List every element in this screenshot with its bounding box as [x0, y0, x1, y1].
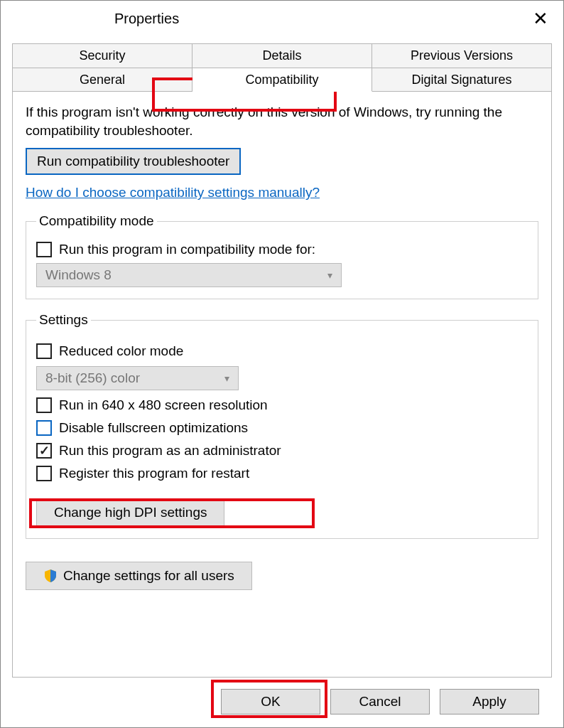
tab-details[interactable]: Details	[192, 43, 372, 68]
close-button[interactable]: ✕	[526, 6, 555, 31]
manual-settings-link[interactable]: How do I choose compatibility settings m…	[26, 185, 320, 200]
reduced-color-checkbox[interactable]	[36, 343, 52, 359]
compat-mode-combobox[interactable]: Windows 8 ▾	[36, 263, 342, 287]
compat-mode-label: Run this program in compatibility mode f…	[59, 242, 315, 257]
register-restart-label: Register this program for restart	[59, 466, 249, 481]
shield-icon	[43, 569, 58, 583]
tab-security[interactable]: Security	[12, 43, 192, 68]
intro-text: If this program isn't working correctly …	[26, 103, 538, 139]
close-icon: ✕	[533, 8, 548, 30]
chevron-down-icon: ▾	[224, 373, 229, 384]
settings-group: Settings Reduced color mode 8-bit (256) …	[26, 312, 538, 539]
tab-general[interactable]: General	[12, 68, 192, 92]
cancel-button[interactable]: Cancel	[330, 689, 430, 714]
change-all-users-button[interactable]: Change settings for all users	[26, 562, 252, 590]
run-as-admin-label: Run this program as an administrator	[59, 443, 281, 459]
settings-legend: Settings	[36, 312, 91, 328]
properties-dialog: Properties ✕ Security Details Previous V…	[0, 0, 564, 728]
window-title: Properties	[114, 11, 179, 27]
tab-previous-versions[interactable]: Previous Versions	[372, 43, 552, 68]
compatibility-mode-group: Compatibility mode Run this program in c…	[26, 213, 538, 299]
tab-digital-signatures[interactable]: Digital Signatures	[372, 68, 552, 92]
dialog-button-row: OK Cancel Apply	[12, 678, 552, 727]
low-res-label: Run in 640 x 480 screen resolution	[59, 397, 268, 413]
disable-fullscreen-label: Disable fullscreen optimizations	[59, 420, 248, 436]
change-high-dpi-button[interactable]: Change high DPI settings	[36, 498, 224, 527]
run-as-admin-checkbox[interactable]	[36, 443, 52, 459]
tab-content: If this program isn't working correctly …	[12, 92, 552, 678]
compatibility-mode-legend: Compatibility mode	[36, 213, 157, 229]
run-troubleshooter-button[interactable]: Run compatibility troubleshooter	[26, 148, 241, 175]
disable-fullscreen-checkbox[interactable]	[36, 420, 52, 436]
titlebar: Properties ✕	[1, 1, 563, 36]
tab-compatibility[interactable]: Compatibility	[192, 68, 372, 92]
register-restart-checkbox[interactable]	[36, 466, 52, 481]
compat-mode-checkbox[interactable]	[36, 242, 52, 257]
low-res-checkbox[interactable]	[36, 397, 52, 413]
apply-button[interactable]: Apply	[440, 689, 539, 714]
ok-button[interactable]: OK	[221, 689, 320, 714]
reduced-color-label: Reduced color mode	[59, 343, 183, 359]
reduced-color-combobox[interactable]: 8-bit (256) color ▾	[36, 366, 239, 390]
tab-strip: Security Details Previous Versions Gener…	[12, 43, 552, 92]
chevron-down-icon: ▾	[327, 269, 332, 281]
